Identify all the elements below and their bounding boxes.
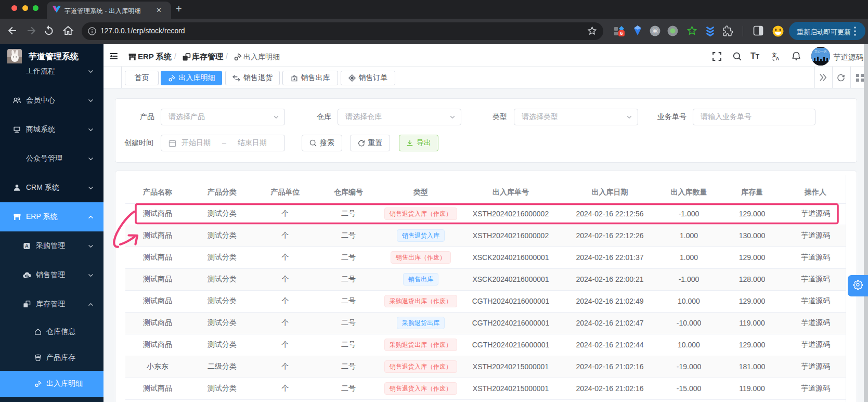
svg-text:A: A [776,56,780,61]
svg-text:A: A [25,243,29,249]
svg-text:6: 6 [620,30,623,36]
svg-text:⌘: ⌘ [652,28,658,35]
svg-text:文心一言: 文心一言 [814,49,827,54]
